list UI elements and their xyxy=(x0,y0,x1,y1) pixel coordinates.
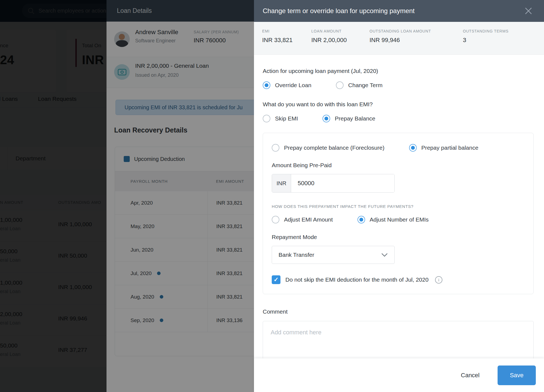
modal-body: Action for upcoming loan payment (Jul, 2… xyxy=(254,55,544,358)
emi-options: Skip EMI Prepay Balance xyxy=(263,115,534,122)
adjust-number-of-emis-radio[interactable]: Adjust Number of EMIs xyxy=(357,216,429,223)
impact-question: HOW DOES THIS PREPAYMENT IMPACT THE FUTU… xyxy=(272,204,525,209)
skip-emi-radio[interactable]: Skip EMI xyxy=(263,115,298,122)
override-loan-modal: Change term or override loan for upcomin… xyxy=(254,0,544,392)
action-options: Override Loan Change Term xyxy=(263,81,534,89)
amount-prepaid-input[interactable] xyxy=(291,174,394,192)
radio-option-label: Adjust EMI Amount xyxy=(284,216,333,223)
stat-loan-amount: LOAN AMOUNT INR 2,00,000 xyxy=(311,29,347,44)
close-icon xyxy=(524,7,533,15)
amount-prepaid-label: Amount Being Pre-Paid xyxy=(272,162,525,169)
prepay-balance-radio[interactable]: Prepay Balance xyxy=(323,115,375,122)
radio-option-label: Prepay complete balance (Foreclosure) xyxy=(284,145,385,151)
prepay-complete-balance-radio[interactable]: Prepay complete balance (Foreclosure) xyxy=(272,144,385,152)
radio-option-label: Change Term xyxy=(348,82,383,89)
stat-label: EMI xyxy=(262,29,292,33)
repayment-mode-label: Repayment Mode xyxy=(272,234,525,240)
do-not-skip-emi-label: Do not skip the EMI deduction for the mo… xyxy=(285,276,428,283)
radio-option-label: Prepay Balance xyxy=(335,115,375,122)
modal-header: Change term or override loan for upcomin… xyxy=(254,0,544,22)
modal-footer: Cancel Save xyxy=(254,358,544,392)
do-not-skip-emi-row: ✓ Do not skip the EMI deduction for the … xyxy=(272,275,525,284)
loan-stats-band: EMI INR 33,821 LOAN AMOUNT INR 2,00,000 … xyxy=(254,22,544,55)
comment-textarea[interactable] xyxy=(263,321,534,358)
override-loan-radio[interactable]: Override Loan xyxy=(263,81,311,89)
radio-icon xyxy=(357,216,365,223)
action-question: Action for upcoming loan payment (Jul, 2… xyxy=(263,68,534,74)
radio-option-label: Adjust Number of EMIs xyxy=(370,216,429,223)
amount-prepaid-field: INR xyxy=(272,174,395,193)
repayment-mode-select[interactable]: Bank Transfer xyxy=(272,246,395,264)
radio-icon xyxy=(263,81,270,89)
close-button[interactable] xyxy=(524,6,533,16)
save-button[interactable]: Save xyxy=(498,366,536,385)
stat-label: OUTSTANDING LOAN AMOUNT xyxy=(369,29,431,33)
radio-icon xyxy=(409,144,417,152)
radio-icon xyxy=(272,144,279,152)
stat-value: 3 xyxy=(463,37,508,44)
stat-value: INR 99,946 xyxy=(369,37,431,44)
stat-outstanding-loan-amount: OUTSTANDING LOAN AMOUNT INR 99,946 xyxy=(369,29,431,44)
stat-value: INR 33,821 xyxy=(262,37,292,44)
screen: Search employees or actions nce 24 Total… xyxy=(0,0,544,392)
impact-options: Adjust EMI Amount Adjust Number of EMIs xyxy=(272,216,525,223)
comment-label: Comment xyxy=(263,308,534,315)
stat-outstanding-terms: OUTSTANDING TERMS 3 xyxy=(463,29,508,44)
radio-icon xyxy=(336,81,344,89)
radio-option-label: Override Loan xyxy=(275,82,311,89)
modal-title: Change term or override loan for upcomin… xyxy=(263,7,524,15)
prepay-partial-balance-radio[interactable]: Prepay partial balance xyxy=(409,144,478,152)
radio-option-label: Skip EMI xyxy=(275,115,298,122)
do-not-skip-emi-checkbox[interactable]: ✓ xyxy=(272,275,280,284)
emi-question: What do you want to do with this loan EM… xyxy=(263,101,534,108)
chevron-down-icon xyxy=(381,253,388,257)
prepay-type-options: Prepay complete balance (Foreclosure) Pr… xyxy=(272,144,525,152)
radio-icon xyxy=(263,115,270,122)
radio-icon xyxy=(323,115,330,122)
stat-emi: EMI INR 33,821 xyxy=(262,29,292,44)
info-icon[interactable]: i xyxy=(435,276,442,284)
stat-label: LOAN AMOUNT xyxy=(311,29,347,33)
stat-value: INR 2,00,000 xyxy=(311,37,347,44)
stat-label: OUTSTANDING TERMS xyxy=(463,29,508,33)
adjust-emi-amount-radio[interactable]: Adjust EMI Amount xyxy=(272,216,333,223)
currency-prefix: INR xyxy=(272,174,291,192)
repayment-mode-value: Bank Transfer xyxy=(279,252,314,258)
radio-icon xyxy=(272,216,279,223)
prepay-options-panel: Prepay complete balance (Foreclosure) Pr… xyxy=(263,133,534,294)
check-icon: ✓ xyxy=(274,277,279,283)
change-term-radio[interactable]: Change Term xyxy=(336,81,383,89)
radio-option-label: Prepay partial balance xyxy=(421,145,478,151)
cancel-button[interactable]: Cancel xyxy=(461,372,480,379)
